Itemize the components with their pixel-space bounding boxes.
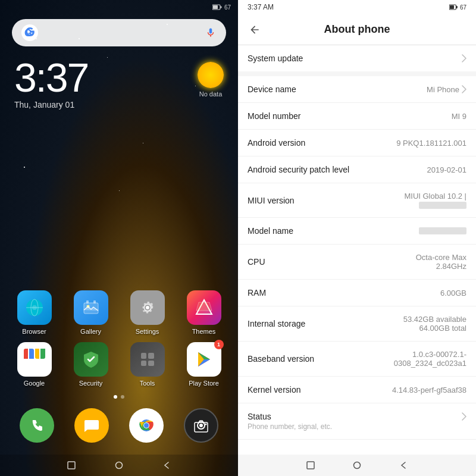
model-name-label: Model name — [248, 226, 293, 236]
phone-icon — [20, 408, 54, 443]
android-version-label: Android version — [248, 138, 305, 148]
device-name-value: Mi Phone — [427, 85, 459, 94]
google-icon — [17, 342, 52, 377]
date-display: Thu, January 01 — [14, 100, 88, 109]
miui-version-value: MIUI Global 10.2 | — [404, 192, 466, 201]
kernel-value: 4.14.83-perf-gf5aaf38 — [392, 386, 466, 394]
security-label: Security — [79, 380, 103, 387]
baseband-label: Baseband version — [248, 354, 314, 364]
app-themes[interactable]: Themes — [181, 290, 227, 335]
miui-version-item: MIUI version MIUI Global 10.2 | — [238, 183, 476, 218]
device-name-right: Mi Phone — [427, 85, 466, 94]
nav-home-right[interactable] — [352, 460, 362, 471]
app-google[interactable]: Google — [11, 342, 58, 387]
kernel-right: 4.14.83-perf-gf5aaf38 — [392, 386, 466, 394]
model-name-blurred — [419, 227, 466, 234]
security-patch-right: 2019-02-01 — [427, 165, 467, 174]
security-icon — [74, 342, 108, 377]
app-tools[interactable]: Tools — [124, 342, 171, 387]
weather-sun-icon — [198, 62, 224, 88]
svg-point-33 — [354, 462, 361, 469]
svg-rect-1 — [220, 7, 221, 8]
themes-label: Themes — [192, 328, 216, 335]
cpu-item: CPU Octa-core Max2.84GHz — [238, 245, 476, 280]
tools-icon — [130, 342, 165, 377]
weather-widget: No data — [198, 62, 224, 98]
status-label-row: Status — [248, 412, 466, 421]
status-icons-right: 67 — [449, 4, 466, 11]
svg-rect-32 — [307, 462, 314, 469]
device-name-item[interactable]: Device name Mi Phone — [238, 76, 476, 103]
model-name-item: Model name — [238, 218, 476, 245]
settings-list: System update Device name Mi Phone Model… — [238, 45, 476, 455]
miui-blurred — [419, 202, 466, 209]
right-panel: 3:37 AM 67 About phone System update — [238, 0, 476, 476]
app-row-1: Browser Gallery — [0, 288, 238, 337]
themes-icon — [187, 290, 221, 325]
cpu-right: Octa-core Max2.84GHz — [416, 253, 466, 271]
left-panel: 67 G 3:37 — [0, 0, 238, 476]
search-bar[interactable]: G — [12, 19, 226, 46]
dock-messages[interactable] — [68, 408, 115, 443]
page-title: About phone — [264, 23, 450, 36]
svg-point-26 — [205, 424, 207, 425]
playstore-badge: 1 — [214, 340, 224, 349]
settings-icon — [130, 290, 165, 325]
dock-chrome[interactable] — [123, 408, 170, 443]
svg-rect-13 — [93, 300, 96, 303]
nav-square-right[interactable] — [305, 460, 316, 471]
dock-phone[interactable] — [14, 408, 60, 443]
app-security[interactable]: Security — [68, 342, 114, 387]
dock-camera[interactable] — [178, 408, 224, 443]
baseband-right: 1.0.c3-00072.1-0308_2324_dc023a1 — [394, 350, 466, 368]
app-grid: Browser Gallery — [0, 109, 238, 455]
status-icons: 67 — [212, 4, 231, 11]
browser-label: Browser — [22, 328, 46, 335]
storage-value: 53.42GB available64.00GB total — [403, 315, 466, 333]
android-version-value: 9 PKQ1.181121.001 — [396, 139, 466, 148]
model-number-item: Model number MI 9 — [238, 103, 476, 130]
nav-home-left[interactable] — [113, 459, 125, 471]
nav-back-left[interactable] — [161, 459, 173, 471]
nav-back-right[interactable] — [398, 460, 409, 471]
android-version-right: 9 PKQ1.181121.001 — [396, 139, 466, 148]
system-update-right — [462, 54, 466, 62]
storage-right: 53.42GB available64.00GB total — [403, 315, 466, 333]
back-button[interactable] — [245, 20, 264, 39]
svg-rect-2 — [213, 5, 218, 9]
time-display: 3:37 — [14, 57, 88, 98]
app-browser[interactable]: Browser — [11, 290, 58, 335]
battery-pct-right: 67 — [460, 4, 466, 11]
browser-icon — [17, 290, 52, 325]
storage-label: Internal storage — [248, 319, 305, 328]
chevron-icon-status — [462, 412, 466, 421]
google-logo: G — [21, 24, 38, 41]
mic-icon[interactable] — [205, 27, 217, 39]
left-content: 67 G 3:37 — [0, 0, 238, 476]
kernel-label: Kernel version — [248, 385, 301, 394]
app-playstore[interactable]: 1 Play Store — [181, 342, 227, 387]
camera-icon — [184, 408, 218, 443]
device-name-label: Device name — [248, 84, 296, 94]
nav-bar-right — [238, 455, 476, 476]
android-version-item: Android version 9 PKQ1.181121.001 — [238, 130, 476, 156]
storage-item: Internal storage 53.42GB available64.00G… — [238, 306, 476, 342]
nav-bar-left — [0, 455, 238, 476]
ram-item: RAM 6.00GB — [238, 280, 476, 306]
svg-marker-18 — [196, 302, 212, 311]
status-item[interactable]: Status Phone number, signal, etc. — [238, 403, 476, 440]
battery-icon-right — [449, 4, 458, 10]
kernel-item: Kernel version 4.14.83-perf-gf5aaf38 — [238, 377, 476, 403]
svg-rect-12 — [86, 300, 89, 303]
settings-label: Settings — [136, 328, 159, 335]
security-patch-item: Android security patch level 2019-02-01 — [238, 156, 476, 183]
app-gallery[interactable]: Gallery — [68, 290, 114, 335]
security-patch-label: Android security patch level — [248, 165, 349, 174]
system-update-item[interactable]: System update — [238, 45, 476, 76]
dock — [0, 402, 238, 450]
time-weather-section: 3:37 Thu, January 01 No data — [0, 46, 238, 109]
app-settings[interactable]: Settings — [124, 290, 171, 335]
page-dots — [0, 392, 238, 402]
cpu-value: Octa-core Max2.84GHz — [416, 253, 466, 271]
nav-square-left[interactable] — [65, 459, 77, 471]
